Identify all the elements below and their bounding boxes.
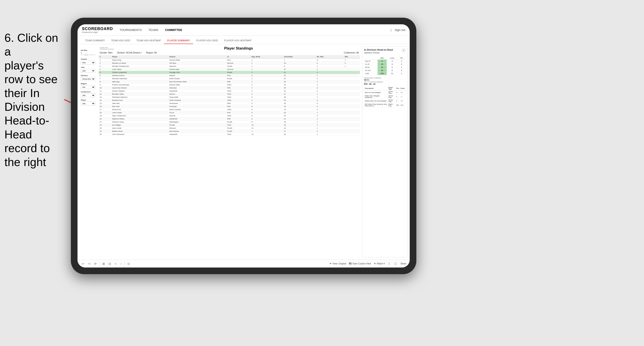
tab-team-summary[interactable]: TEAM SUMMARY	[82, 37, 108, 44]
table-row[interactable]: 23 Jack Lundin Missouri Fourth 11 24 1	[98, 127, 360, 130]
toolbar-btn-3[interactable]: +	[114, 262, 117, 266]
watch-icon: 👁	[374, 262, 376, 265]
toolbar-btn-4[interactable]: −	[119, 262, 123, 266]
toolbar-btn-1[interactable]: ⊞	[102, 262, 106, 266]
table-row[interactable]: 7 Nicholas Gabrelcik North Florida Fourt…	[98, 77, 360, 80]
table-header-info: Update time: 27/03/2024 16:56:26 Player …	[98, 46, 360, 50]
table-row[interactable]: 18 Luke Powell UCLA First 4 24 1	[98, 111, 360, 114]
table-row[interactable]: 11 Gordon Sargent Vanderbilt Third 4 21 …	[98, 90, 360, 93]
h2h-title: In Division Head-to-Head	[364, 48, 393, 51]
table-row[interactable]: 15 Jake Hall Tennessee Fifth 3 26 0	[98, 102, 360, 105]
tournament-table: Tournament Event Type Pos Score Amer Ari…	[364, 86, 406, 107]
h2h-table: Win Loss Tie Top 10 8 3 2 11-25 20 9 5 2…	[364, 57, 406, 75]
nav-separator: |	[391, 28, 391, 32]
view-icon: 👁	[330, 262, 332, 265]
h2h-row: 11-25 20 9 5	[364, 63, 406, 66]
sidebar: No Rds. 6 Gender Men Year (All) Division	[80, 46, 96, 257]
sub-nav: TEAM SUMMARY TEAM H2H GRID TEAM H2H HEAT…	[78, 36, 410, 44]
sign-out-link[interactable]: Sign out	[395, 27, 405, 32]
division-label: Division	[81, 74, 95, 76]
table-row[interactable]: 25 Cole Sherwood Vanderbilt Third 12 23 …	[98, 133, 360, 136]
h2h-row: Top 10 8 3 2	[364, 60, 406, 63]
wlt-record: 674 - 33 - 12	[364, 83, 375, 85]
table-row[interactable]: 14 Maxwell Ford North Carolina Third 3 2…	[98, 99, 360, 102]
tab-team-h2h-grid[interactable]: TEAM H2H GRID	[108, 37, 133, 44]
nav-committee[interactable]: COMMITTEE	[165, 27, 182, 32]
col-school: School	[168, 55, 226, 59]
table-row[interactable]: 1 Wenyi Ding Arizona State First 1 1 8 1	[98, 59, 360, 62]
tablet-screen: SCOREBOARD Powered by clippi TOURNAMENTS…	[78, 24, 410, 268]
table-header-row: # Player School Yr Reg. Rank Conf Rank N…	[98, 55, 360, 59]
watch-button[interactable]: 👁 Watch ▾	[374, 262, 385, 265]
nav-teams[interactable]: TEAMS	[148, 27, 158, 32]
gender-label: Gender	[81, 58, 95, 60]
tour-col-score: Score	[400, 86, 406, 90]
no-rds-value: 6	[81, 52, 82, 54]
table-row[interactable]: 20 Matthew Riedel Vanderbilt Fifth 8 21 …	[98, 117, 360, 121]
col-player: Player	[111, 55, 168, 59]
division-select[interactable]: NCAA Division I	[81, 77, 95, 81]
h2h-panel: In Division Head-to-Head Jackson Koivun …	[362, 46, 408, 257]
h2h-col-win: Win	[378, 57, 387, 60]
toolbar-export-icon[interactable]: ⬡	[393, 262, 398, 266]
table-row[interactable]: 4 Luke Claton Florida State Second 1 27 …	[98, 68, 360, 71]
table-row[interactable]: 5 Christo Lamprecht Georgia Tech Fourth …	[98, 71, 360, 74]
h2h-close-button[interactable]: ✕	[402, 48, 406, 52]
region-label: Region	[81, 83, 95, 85]
table-row[interactable]: 21 Taehoon Song Washington Fourth 6 23 1	[98, 121, 360, 124]
logo-area: SCOREBOARD Powered by clippi	[82, 26, 113, 33]
toolbar-btn-5[interactable]: ⊙	[126, 262, 131, 266]
col-num: #	[98, 55, 111, 59]
table-row[interactable]: 12 Brendan Valles Auburn Third 4 27 1	[98, 93, 360, 96]
h2h-row: >100 578 11 1	[364, 72, 406, 75]
table-row[interactable]: 2 Michael La Sasse Ole Miss Second 1 10 …	[98, 62, 360, 65]
region-select[interactable]: N/A	[81, 85, 95, 89]
redo-button[interactable]: ↪	[87, 262, 92, 266]
tab-player-h2h-heatmap[interactable]: PLAYER H2H HEATMAP	[221, 37, 254, 44]
table-row[interactable]: 19 Tiger Christensen Arizona Third 8 23 …	[98, 114, 360, 117]
tab-player-summary[interactable]: PLAYER SUMMARY	[164, 37, 193, 44]
table-row[interactable]: 3 Michael Thorbjornsen Stanford Fourth 1…	[98, 65, 360, 68]
h2h-player-name: Jackson Koivun	[364, 51, 393, 54]
year-select[interactable]: (All)	[81, 69, 95, 73]
tournament-row: Mirabel Maui Jim Intercollegiate Stroke …	[364, 99, 406, 103]
h2h-col-tie: Tie	[398, 57, 406, 60]
toolbar-share-icon[interactable]: ⤴	[387, 262, 391, 266]
share-button[interactable]: Share	[400, 262, 406, 265]
col-rds: No. Rds.	[316, 55, 344, 59]
table-row[interactable]: 22 Ian Gilligan Florida Third 10 24 1	[98, 124, 360, 127]
standings-table: # Player School Yr Reg. Rank Conf Rank N…	[98, 55, 360, 136]
col-yr: Yr	[226, 55, 250, 59]
toolbar-btn-2[interactable]: ⊡	[108, 262, 112, 266]
player-select[interactable]: (All)	[81, 102, 95, 105]
tournament-row: Amer Ari Intercollegiate Stroke Play 4 -…	[364, 90, 406, 95]
logo-scoreboard: SCOREBOARD	[82, 26, 113, 31]
table-row[interactable]: 9 Preston Summerhays Arizona State Third…	[98, 83, 360, 86]
tournament-row: SEC Match Play hosted by Jerry Pate Roun…	[364, 103, 406, 107]
save-custom-button[interactable]: 💾 Save Custom View	[349, 262, 371, 265]
table-area: Update time: 27/03/2024 16:56:26 Player …	[98, 46, 360, 257]
no-rds-label: No Rds.	[81, 49, 95, 51]
nav-tournaments[interactable]: TOURNAMENTS	[120, 27, 142, 32]
table-row[interactable]: 6 Jackson Koivun Auburn First 2 27 1	[98, 74, 360, 77]
col-win: Win	[344, 55, 360, 59]
table-row[interactable]: 13 Phichaksn Maichon Texas A&M Third 6 3…	[98, 96, 360, 99]
view-original-button[interactable]: 👁 View: Original	[330, 262, 346, 265]
table-row[interactable]: 8 Mats Ege East Tennessee State Fifth 1 …	[98, 80, 360, 83]
opponents-section: Opponents in division: 98.1% W-L-T recor…	[364, 77, 406, 85]
table-row[interactable]: 16 Alex Goff Kentucky Fifth 8 19 0	[98, 105, 360, 108]
conference-select[interactable]: (All)	[81, 94, 95, 97]
table-row[interactable]: 17 David Ford North Carolina Third 8 21 …	[98, 108, 360, 111]
col-reg-rank: Reg. Rank	[250, 55, 283, 59]
table-row[interactable]: 10 Jacob Max Olesen Arkansas Fifth 4 25 …	[98, 86, 360, 90]
refresh-button[interactable]: ⟳	[93, 262, 98, 266]
gender-select[interactable]: Men	[81, 61, 95, 65]
logo-powered: Powered by clippi	[82, 31, 113, 33]
tab-team-h2h-heatmap[interactable]: TEAM H2H HEATMAP	[133, 37, 164, 44]
main-content: No Rds. 6 Gender Men Year (All) Division	[78, 44, 410, 260]
table-row[interactable]: 24 Bastien Amat New Mexico Fourth 1 27 2	[98, 130, 360, 133]
h2h-col-loss: Loss	[387, 57, 398, 60]
tab-player-h2h-grid[interactable]: PLAYER H2H GRID	[193, 37, 221, 44]
undo-button[interactable]: ↩	[81, 262, 85, 266]
player-standings-title: Player Standings	[118, 46, 359, 50]
